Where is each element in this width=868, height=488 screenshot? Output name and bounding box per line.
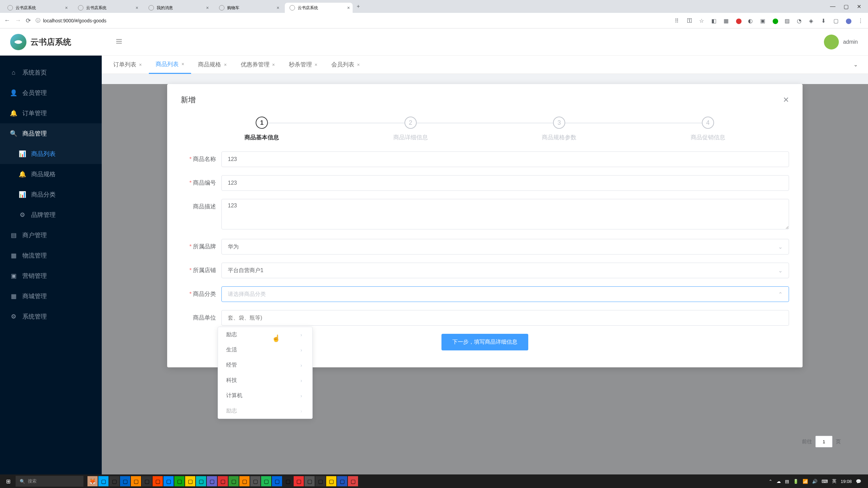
key-icon[interactable]: ⚿ [687, 18, 693, 24]
browser-tab[interactable]: 我的消息 × [144, 3, 212, 13]
sidebar-item-goods-brand[interactable]: ⚙品牌管理 [0, 205, 102, 225]
tab-coupons[interactable]: 优惠券管理× [234, 56, 282, 74]
taskbar-app[interactable]: ▢ [142, 476, 152, 486]
taskbar-app[interactable]: ▢ [185, 476, 195, 486]
taskbar-app[interactable]: ▢ [174, 476, 184, 486]
ext-icon[interactable]: ▢ [833, 18, 840, 24]
taskbar-app[interactable]: ▢ [239, 476, 250, 486]
sidebar-item-goods-spec[interactable]: 🔔商品规格 [0, 164, 102, 184]
tab-members[interactable]: 会员列表× [324, 56, 367, 74]
ext-icon[interactable]: ◐ [748, 18, 754, 24]
category-cascader[interactable]: 请选择商品分类⌃ [221, 286, 789, 302]
taskbar-app[interactable]: ▢ [131, 476, 141, 486]
taskbar-app[interactable]: ▢ [218, 476, 228, 486]
clock[interactable]: 19:08 [841, 479, 852, 484]
download-icon[interactable]: ⬇ [821, 18, 827, 24]
sidebar-item-orders[interactable]: 🔔订单管理 [0, 103, 102, 123]
taskbar-app[interactable]: ▢ [229, 476, 239, 486]
close-icon[interactable]: × [272, 62, 275, 67]
start-button[interactable]: ⊞ [2, 475, 14, 487]
close-icon[interactable]: × [65, 5, 68, 11]
sidebar-item-goods[interactable]: 🔍商品管理 [0, 123, 102, 144]
tray-icon[interactable]: ☁ [776, 479, 781, 484]
desc-textarea[interactable] [221, 199, 789, 229]
unit-input[interactable] [221, 310, 789, 326]
taskbar-app[interactable]: ▢ [294, 476, 304, 486]
name-input[interactable] [221, 151, 789, 167]
taskbar-app[interactable]: ▢ [109, 476, 119, 486]
tray-icon[interactable]: 🔊 [812, 479, 817, 484]
close-icon[interactable]: × [181, 61, 184, 67]
taskbar-app[interactable]: ▢ [315, 476, 326, 486]
taskbar-app[interactable]: ▢ [304, 476, 315, 486]
cascader-option[interactable]: 生活› [218, 342, 312, 358]
browser-tab-active[interactable]: 云书店系统 × [285, 3, 353, 13]
tray-icon[interactable]: ▤ [785, 479, 789, 484]
sidebar-item-logistics[interactable]: ▦物流管理 [0, 245, 102, 266]
ext-icon[interactable]: ◧ [711, 18, 717, 24]
cascader-option[interactable]: 励志› [218, 403, 312, 419]
ext-icon[interactable]: ▣ [760, 18, 766, 24]
taskbar-app[interactable]: ▢ [120, 476, 130, 486]
back-button[interactable]: ← [4, 17, 10, 24]
cascader-option[interactable]: 经管› [218, 358, 312, 373]
taskbar-app[interactable]: ▢ [207, 476, 217, 486]
taskbar-app[interactable]: ▢ [163, 476, 174, 486]
taskbar-app[interactable]: ▢ [196, 476, 206, 486]
code-input[interactable] [221, 175, 789, 191]
menu-icon[interactable]: ⋮ [858, 18, 864, 24]
sidebar-item-system[interactable]: ⚙系统管理 [0, 306, 102, 327]
sidebar-item-members[interactable]: 👤会员管理 [0, 83, 102, 103]
ext-icon[interactable]: ▨ [785, 18, 791, 24]
taskbar-app[interactable]: ▢ [348, 476, 358, 486]
close-icon[interactable]: × [277, 5, 279, 11]
tab-goods-list[interactable]: 商品列表× [149, 56, 191, 74]
taskbar-app[interactable]: ▢ [98, 476, 108, 486]
sidebar-item-goods-category[interactable]: 📊商品分类 [0, 184, 102, 205]
cascader-option[interactable]: 科技› [218, 373, 312, 388]
page-input[interactable] [815, 436, 832, 447]
reload-button[interactable]: ⟳ [26, 17, 31, 24]
shop-select[interactable]: 平台自营商户1⌄ [221, 263, 789, 278]
tab-seckill[interactable]: 秒杀管理× [282, 56, 324, 74]
user-area[interactable]: admin [824, 35, 858, 49]
ext-icon[interactable]: ▦ [724, 18, 730, 24]
profile-icon[interactable]: ⬤ [846, 18, 852, 24]
forward-button[interactable]: → [15, 17, 21, 24]
close-window-icon[interactable]: ✕ [857, 3, 861, 10]
ext-icon[interactable]: ◔ [797, 18, 803, 24]
tab-orders[interactable]: 订单列表× [106, 56, 149, 74]
cascader-option[interactable]: 计算机› [218, 388, 312, 403]
taskbar-app[interactable]: ▢ [250, 476, 260, 486]
ext-icon[interactable]: ⬤ [772, 18, 778, 24]
browser-tab[interactable]: 云书店系统 × [73, 3, 141, 13]
tab-goods-spec[interactable]: 商品规格× [191, 56, 234, 74]
close-icon[interactable]: × [224, 62, 226, 67]
tabs-dropdown-icon[interactable]: ⌄ [848, 61, 863, 68]
taskbar-app[interactable]: ▢ [153, 476, 163, 486]
taskbar-search[interactable]: 🔍 搜索 [16, 476, 83, 487]
taskbar-app[interactable]: ▢ [337, 476, 347, 486]
close-icon[interactable]: × [347, 5, 350, 11]
sidebar-item-merchants[interactable]: ▤商户管理 [0, 225, 102, 245]
minimize-icon[interactable]: — [830, 3, 835, 10]
address-bar[interactable]: ⓘ localhost:9000/#/goods-goods [36, 18, 106, 24]
maximize-icon[interactable]: ▢ [844, 3, 849, 10]
tray-icon[interactable]: ⌨ [822, 479, 828, 484]
close-icon[interactable]: × [357, 62, 360, 67]
taskbar-app[interactable]: ▢ [272, 476, 282, 486]
next-button[interactable]: 下一步，填写商品详细信息 [441, 334, 528, 350]
browser-tab[interactable]: 云书店系统 × [3, 3, 71, 13]
sidebar-item-marketing[interactable]: ▣营销管理 [0, 266, 102, 286]
ext-icon[interactable]: ◈ [809, 18, 815, 24]
ext-icon[interactable]: ⬤ [736, 18, 742, 24]
browser-tab[interactable]: 购物车 × [214, 3, 282, 13]
new-tab-button[interactable]: + [357, 3, 360, 9]
taskbar-app[interactable]: ▢ [326, 476, 336, 486]
taskbar-app[interactable]: ▢ [261, 476, 271, 486]
close-icon[interactable]: × [136, 5, 138, 11]
tray-icon[interactable]: 🔋 [793, 479, 798, 484]
taskbar-app[interactable]: 🦊 [87, 476, 98, 486]
ime-label[interactable]: 英 [832, 478, 836, 484]
brand-select[interactable]: 华为⌄ [221, 239, 789, 255]
